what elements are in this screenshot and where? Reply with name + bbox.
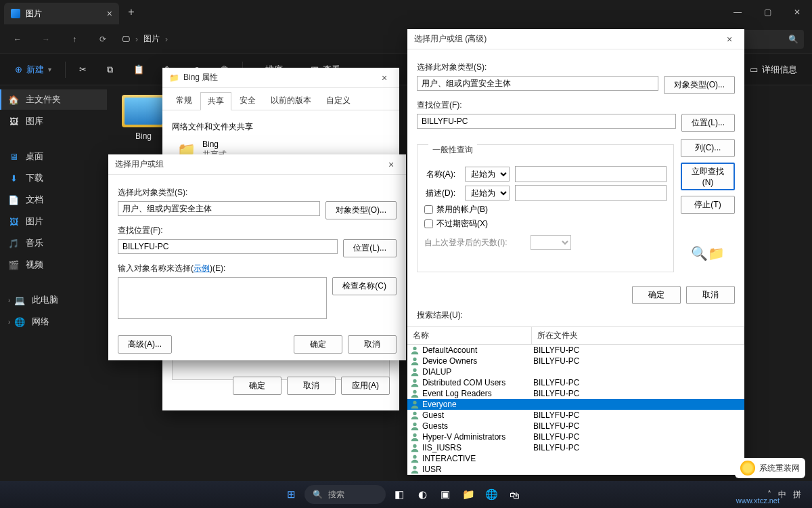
details-pane-button[interactable]: ▭详细信息 <box>743 61 804 79</box>
cancel-button[interactable]: 取消 <box>686 286 735 304</box>
file-explorer-button[interactable]: 📁 <box>459 485 478 504</box>
stop-button[interactable]: 停止(T) <box>681 196 735 214</box>
column-name[interactable]: 名称 <box>407 327 532 344</box>
section-label: 网络文件和文件夹共享 <box>172 121 390 133</box>
non-expiring-checkbox[interactable] <box>424 219 433 228</box>
result-row[interactable]: GuestsBILLYFU-PC <box>407 421 744 431</box>
example-link[interactable]: 示例 <box>194 263 210 273</box>
svg-point-9 <box>413 444 416 448</box>
location-label: 查找位置(F): <box>417 100 735 111</box>
property-tabs: 常规 共享 安全 以前的版本 自定义 <box>162 88 399 110</box>
tab-general[interactable]: 常规 <box>169 92 199 110</box>
copy-button[interactable]: ⧉ <box>100 62 120 78</box>
result-row[interactable]: IIS_IUSRSBILLYFU-PC <box>407 442 744 453</box>
result-row[interactable]: DIALUP <box>407 366 744 377</box>
tab-security[interactable]: 安全 <box>233 92 263 110</box>
cut-icon: ✂ <box>79 64 87 75</box>
result-row[interactable]: Everyone <box>407 399 744 410</box>
forward-button[interactable]: → <box>37 30 55 49</box>
new-tab-button[interactable]: + <box>122 3 141 22</box>
svg-point-0 <box>413 347 416 350</box>
close-button[interactable]: × <box>721 34 738 45</box>
find-now-button[interactable]: 立即查找(N) <box>681 163 735 190</box>
close-button[interactable]: × <box>383 159 399 170</box>
object-types-button[interactable]: 对象类型(O)... <box>664 76 735 94</box>
disabled-accounts-checkbox[interactable] <box>424 205 433 214</box>
result-row[interactable]: GuestBILLYFU-PC <box>407 410 744 421</box>
sidebar-item-pictures[interactable]: 🖼图片 <box>0 211 107 232</box>
close-button[interactable]: × <box>376 72 392 83</box>
desc-match-select[interactable]: 起始为 <box>465 186 510 200</box>
result-row[interactable]: DefaultAccountBILLYFU-PC <box>407 345 744 356</box>
refresh-button[interactable]: ⟳ <box>93 30 112 49</box>
sidebar-item-gallery[interactable]: 🖼图库 <box>0 111 107 131</box>
up-button[interactable]: ↑ <box>65 30 84 49</box>
ime-mode[interactable]: 拼 <box>793 489 801 501</box>
breadcrumb-item[interactable]: 图片 <box>143 33 160 45</box>
result-row[interactable]: Device OwnersBILLYFU-PC <box>407 356 744 366</box>
sidebar-item-desktop[interactable]: 🖥桌面 <box>0 146 107 167</box>
object-types-button[interactable]: 对象类型(O)... <box>325 201 397 219</box>
sidebar-item-downloads[interactable]: ⬇下载 <box>0 168 107 188</box>
sidebar-item-home[interactable]: 🏠主文件夹 <box>0 89 107 110</box>
columns-button[interactable]: 列(C)... <box>681 139 735 157</box>
back-button[interactable]: ← <box>8 30 27 49</box>
edge-button[interactable]: 🌐 <box>482 485 501 504</box>
apply-button[interactable]: 应用(A) <box>341 377 390 395</box>
dialog-titlebar[interactable]: 选择用户或组 (高级) × <box>407 29 744 49</box>
maximize-button[interactable]: ▢ <box>752 0 782 24</box>
taskbar-app[interactable]: ▣ <box>436 485 455 504</box>
dialog-titlebar[interactable]: 选择用户或组 × <box>108 154 406 175</box>
cut-button[interactable]: ✂ <box>72 62 93 77</box>
pc-icon: 💻 <box>14 295 25 305</box>
store-button[interactable]: 🛍 <box>505 485 524 504</box>
search-icon: 🔍 <box>313 490 323 499</box>
task-view-button[interactable]: ◧ <box>390 485 409 504</box>
share-item-name: Bing <box>202 140 227 149</box>
tab-customize[interactable]: 自定义 <box>319 92 357 110</box>
result-row[interactable]: IUSR <box>407 464 744 475</box>
result-row[interactable]: Distributed COM UsersBILLYFU-PC <box>407 377 744 388</box>
sidebar-item-network[interactable]: ›🌐网络 <box>0 312 107 332</box>
ok-button[interactable]: 确定 <box>233 377 281 395</box>
result-row[interactable]: Hyper-V AdministratorsBILLYFU-PC <box>407 431 744 442</box>
locations-button[interactable]: 位置(L)... <box>343 239 397 257</box>
start-button[interactable]: ⊞ <box>281 485 300 504</box>
widgets-button[interactable]: ◐ <box>413 485 432 504</box>
sidebar-item-this-pc[interactable]: ›💻此电脑 <box>0 290 107 310</box>
minimize-button[interactable]: — <box>723 0 752 24</box>
object-names-input[interactable] <box>118 277 327 319</box>
result-row[interactable]: Event Log ReadersBILLYFU-PC <box>407 388 744 399</box>
chevron-right-icon: › <box>8 297 10 304</box>
tab-sharing[interactable]: 共享 <box>200 92 231 110</box>
taskbar-search[interactable]: 🔍搜索 <box>304 485 386 504</box>
enter-names-label: 输入对象名称来选择(示例)(E): <box>118 263 397 274</box>
principal-icon <box>410 389 420 398</box>
cancel-button[interactable]: 取消 <box>287 377 336 395</box>
dialog-titlebar[interactable]: 📁 Bing 属性 × <box>162 68 399 88</box>
ok-button[interactable]: 确定 <box>632 286 681 304</box>
new-button[interactable]: ⊕新建▾ <box>8 61 58 79</box>
desc-input[interactable] <box>515 185 667 201</box>
network-icon: 🌐 <box>14 316 25 327</box>
result-row[interactable]: INTERACTIVE <box>407 453 744 464</box>
column-folder[interactable]: 所在文件夹 <box>532 327 744 344</box>
sidebar-item-music[interactable]: 🎵音乐 <box>0 233 107 253</box>
name-match-select[interactable]: 起始为 <box>465 167 510 182</box>
advanced-button[interactable]: 高级(A)... <box>118 335 172 354</box>
name-input[interactable] <box>515 166 667 182</box>
ok-button[interactable]: 确定 <box>294 335 342 354</box>
check-names-button[interactable]: 检查名称(C) <box>332 277 397 295</box>
paste-button[interactable]: 📋 <box>127 62 151 77</box>
sidebar-item-documents[interactable]: 📄文档 <box>0 190 107 210</box>
tab-previous[interactable]: 以前的版本 <box>264 92 318 110</box>
cancel-button[interactable]: 取消 <box>348 335 397 354</box>
locations-button[interactable]: 位置(L)... <box>681 114 735 132</box>
svg-point-11 <box>413 466 416 469</box>
svg-point-6 <box>413 412 416 415</box>
sidebar-item-videos[interactable]: 🎬视频 <box>0 255 107 275</box>
tab-close-icon[interactable]: × <box>107 8 112 19</box>
close-window-button[interactable]: ✕ <box>782 0 812 24</box>
explorer-tab[interactable]: 图片 × <box>4 3 119 24</box>
principal-icon <box>410 378 420 387</box>
